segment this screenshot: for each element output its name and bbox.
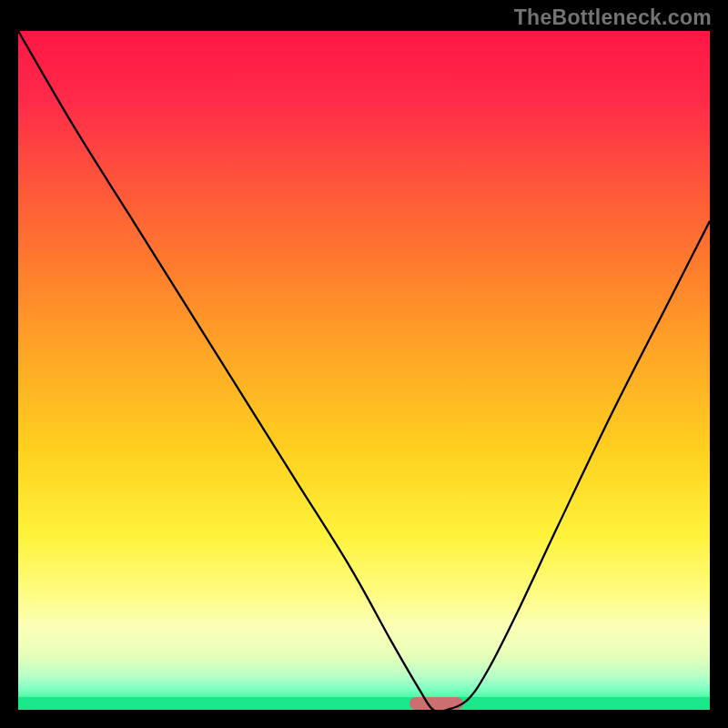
chart-frame: TheBottleneck.com	[0, 0, 728, 728]
plot-area	[18, 31, 710, 710]
bottleneck-curve-path	[18, 31, 710, 710]
watermark-text: TheBottleneck.com	[514, 5, 712, 30]
bottleneck-curve	[18, 31, 710, 710]
